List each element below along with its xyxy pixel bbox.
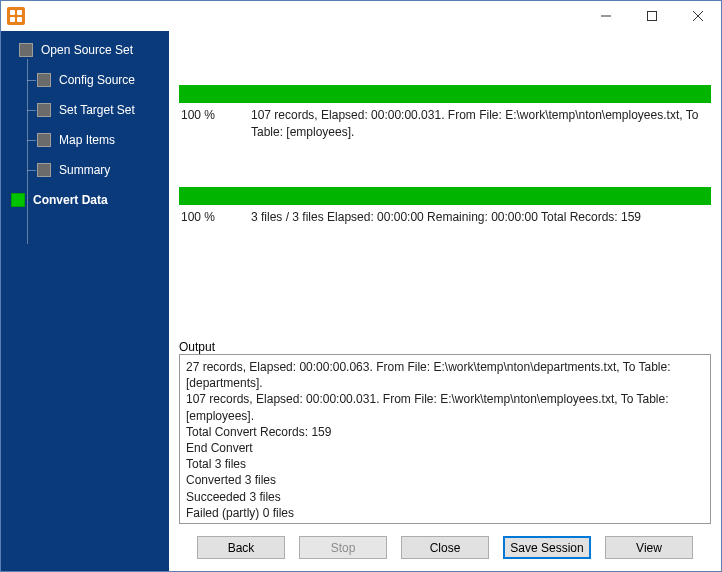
output-line: Failed (partly) 0 files [186, 505, 704, 521]
view-button[interactable]: View [605, 536, 693, 559]
maximize-button[interactable] [629, 1, 675, 31]
file-progress-block: 100 % 107 records, Elapsed: 00:00:00.031… [179, 85, 711, 141]
body: Open Source Set Config Source Set Target… [1, 31, 721, 571]
overall-progress-details: 3 files / 3 files Elapsed: 00:00:00 Rema… [251, 209, 711, 226]
file-progress-details: 107 records, Elapsed: 00:00:00.031. From… [251, 107, 711, 141]
overall-progress-percent: 100 % [179, 209, 251, 226]
overall-progress-bar [179, 187, 711, 205]
output-line: 107 records, Elapsed: 00:00:00.031. From… [186, 391, 704, 423]
step-box-icon [37, 133, 51, 147]
main-panel: 100 % 107 records, Elapsed: 00:00:00.031… [169, 31, 721, 571]
app-icon [7, 7, 25, 25]
close-wizard-button[interactable]: Close [401, 536, 489, 559]
step-box-icon [37, 163, 51, 177]
output-label: Output [179, 330, 711, 354]
minimize-button[interactable] [583, 1, 629, 31]
save-session-button[interactable]: Save Session [503, 536, 591, 559]
output-line: Converted 3 files [186, 472, 704, 488]
file-progress-percent: 100 % [179, 107, 251, 141]
close-button[interactable] [675, 1, 721, 31]
wizard-sidebar: Open Source Set Config Source Set Target… [1, 31, 169, 571]
overall-progress-block: 100 % 3 files / 3 files Elapsed: 00:00:0… [179, 187, 711, 226]
nav-label: Map Items [59, 133, 115, 147]
nav-config-source[interactable]: Config Source [11, 71, 163, 89]
back-button[interactable]: Back [197, 536, 285, 559]
step-box-icon [11, 193, 25, 207]
nav-label: Summary [59, 163, 110, 177]
nav-label: Set Target Set [59, 103, 135, 117]
step-box-icon [37, 73, 51, 87]
output-line: Total Convert Records: 159 [186, 424, 704, 440]
nav-open-source-set[interactable]: Open Source Set [11, 41, 163, 59]
window-controls [583, 1, 721, 31]
stop-button[interactable]: Stop [299, 536, 387, 559]
nav-set-target-set[interactable]: Set Target Set [11, 101, 163, 119]
app-window: Open Source Set Config Source Set Target… [0, 0, 722, 572]
nav-convert-data[interactable]: Convert Data [11, 191, 163, 209]
nav-summary[interactable]: Summary [11, 161, 163, 179]
titlebar [1, 1, 721, 31]
button-row: Back Stop Close Save Session View [179, 524, 711, 561]
svg-rect-1 [648, 12, 657, 21]
nav-label: Convert Data [33, 193, 108, 207]
output-log[interactable]: 27 records, Elapsed: 00:00:00.063. From … [179, 354, 711, 524]
step-box-icon [37, 103, 51, 117]
file-progress-bar [179, 85, 711, 103]
nav-map-items[interactable]: Map Items [11, 131, 163, 149]
output-line: 27 records, Elapsed: 00:00:00.063. From … [186, 359, 704, 391]
output-line: Total 3 files [186, 456, 704, 472]
nav-label: Open Source Set [41, 43, 133, 57]
output-line: End Convert [186, 440, 704, 456]
output-line: Succeeded 3 files [186, 489, 704, 505]
nav-label: Config Source [59, 73, 135, 87]
step-box-icon [19, 43, 33, 57]
